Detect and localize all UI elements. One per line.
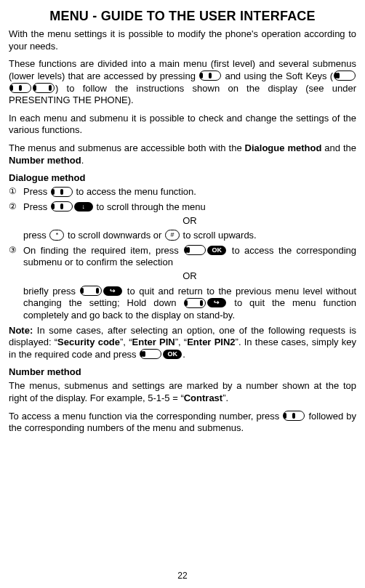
star-key-icon: * bbox=[49, 230, 64, 241]
exit-badge-icon: ↪ bbox=[207, 298, 226, 307]
or-separator: OR bbox=[23, 215, 356, 227]
text: Press bbox=[23, 201, 50, 212]
center-softkey-icon bbox=[9, 83, 31, 93]
menu-softkey-icon bbox=[283, 411, 305, 421]
dialogue-steps: Press to access the menu function. Press… bbox=[9, 186, 356, 321]
left-softkey-icon bbox=[184, 245, 206, 255]
ok-badge-icon: OK bbox=[163, 350, 182, 359]
menu-softkey-icon bbox=[199, 71, 221, 81]
dialogue-method-heading: Dialogue method bbox=[9, 172, 356, 183]
intro-paragraph-2: These functions are divided into a main … bbox=[9, 58, 356, 107]
left-softkey-icon bbox=[334, 71, 356, 81]
step-1: Press to access the menu function. bbox=[9, 186, 356, 198]
right-softkey-icon bbox=[33, 83, 55, 93]
text: . bbox=[81, 155, 84, 166]
text: to scroll downwards or bbox=[65, 230, 164, 241]
or-separator: OR bbox=[23, 270, 356, 283]
left-softkey-icon bbox=[140, 349, 161, 359]
dialogue-method-term: Dialogue method bbox=[245, 142, 322, 153]
number-method-paragraph-1: The menus, submenus and settings are mar… bbox=[9, 380, 356, 404]
page-number: 22 bbox=[0, 571, 365, 581]
text: On finding the required item, press bbox=[23, 245, 183, 256]
step-3: On finding the required item, press OK t… bbox=[9, 245, 356, 322]
text: to scroll through the menu bbox=[94, 201, 206, 212]
number-method-heading: Number method bbox=[9, 366, 356, 377]
right-softkey-icon bbox=[80, 286, 102, 296]
step-2: Press ↓ to scroll through the menu OR pr… bbox=[9, 201, 356, 242]
note-paragraph: Note: In some cases, after selecting an … bbox=[9, 325, 356, 361]
text: ”. bbox=[222, 392, 228, 403]
text: The menus, submenus and settings are mar… bbox=[9, 380, 356, 403]
text: to access the menu function. bbox=[73, 186, 196, 197]
text: The menus and submenus are accessible bo… bbox=[9, 142, 245, 153]
number-method-term: Number method bbox=[9, 155, 81, 166]
text: . bbox=[182, 349, 185, 360]
text: ) to follow the instructions shown on th… bbox=[9, 83, 356, 106]
page: MENU - GUIDE TO THE USER INTERFACE With … bbox=[0, 0, 365, 588]
enter-pin2-term: Enter PIN2 bbox=[187, 337, 235, 347]
text: briefly press bbox=[23, 286, 79, 297]
exit-badge-icon: ↪ bbox=[103, 286, 122, 296]
intro-paragraph-3: In each menu and submenu it is possible … bbox=[9, 113, 356, 137]
ok-badge-icon: OK bbox=[207, 246, 226, 255]
contrast-term: Contrast bbox=[184, 392, 222, 403]
text: ”, “ bbox=[120, 337, 132, 347]
page-title: MENU - GUIDE TO THE USER INTERFACE bbox=[9, 9, 356, 24]
menu-softkey-icon bbox=[51, 187, 73, 197]
text: and the bbox=[321, 142, 356, 153]
number-method-paragraph-2: To access a menu function via the corres… bbox=[9, 411, 356, 435]
text: and using the Soft Keys ( bbox=[222, 71, 333, 81]
down-arrow-badge-icon: ↓ bbox=[74, 202, 93, 212]
note-label: Note: bbox=[9, 325, 33, 336]
text: ”, “ bbox=[175, 337, 188, 347]
text: To access a menu function via the corres… bbox=[9, 411, 282, 422]
enter-pin-term: Enter PIN bbox=[132, 337, 175, 347]
security-code-term: Security code bbox=[57, 337, 120, 347]
hash-key-icon: # bbox=[165, 230, 180, 241]
menu-softkey-icon bbox=[51, 201, 73, 212]
text: Press bbox=[23, 186, 50, 197]
intro-paragraph-4: The menus and submenus are accessible bo… bbox=[9, 142, 356, 166]
intro-paragraph-1: With the menu settings it is possible to… bbox=[9, 28, 356, 52]
right-softkey-icon bbox=[184, 298, 206, 308]
text: to scroll upwards. bbox=[180, 230, 257, 241]
text: press bbox=[23, 230, 49, 241]
